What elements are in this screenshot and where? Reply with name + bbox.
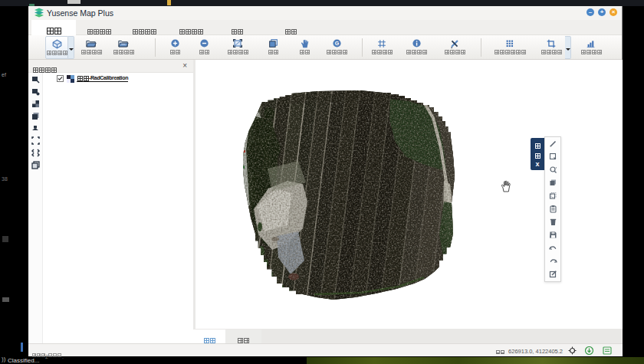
svg-text:G: G <box>334 41 339 46</box>
